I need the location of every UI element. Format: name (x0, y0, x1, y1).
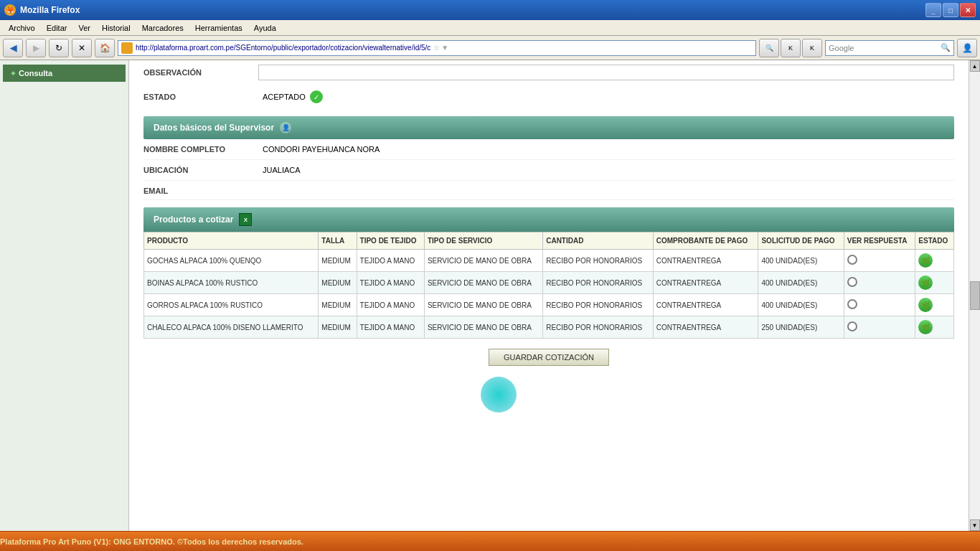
col-comprobante: COMPROBANTE DE PAGO (653, 232, 758, 250)
url-text: http://plataforma.proart.com.pe/SGEntorn… (136, 44, 430, 52)
stop-button[interactable]: ✕ (72, 39, 92, 57)
supervisor-section-header: Datos básicos del Supervisor 👤 (143, 116, 954, 139)
nav-extra1[interactable]: K (781, 39, 801, 57)
supervisor-title: Datos básicos del Supervisor (154, 123, 274, 133)
observacion-row: OBSERVACIÓN (143, 60, 954, 85)
estado-label: ESTADO (143, 93, 258, 101)
zoom-button[interactable]: 🔍 (759, 39, 779, 57)
forward-button[interactable]: ▶ (26, 39, 46, 57)
back-button[interactable]: ◀ (3, 39, 23, 57)
table-cell: CONTRAENTREGA (653, 250, 758, 272)
table-cell: 400 UNIDAD(ES) (758, 272, 844, 294)
table-cell: SERVICIO DE MANO DE OBRA (424, 316, 542, 339)
col-cantidad: CANTIDAD (543, 232, 654, 250)
table-cell: RECIBO POR HONORARIOS (543, 272, 654, 294)
estado-row: ESTADO ACEPTADO ✓ (143, 85, 954, 109)
maximize-button[interactable]: □ (943, 3, 958, 17)
menubar: Archivo Editar Ver Historial Marcadores … (0, 20, 980, 36)
table-cell: 250 UNIDAD(ES) (758, 316, 844, 339)
titlebar-buttons: _ □ ✕ (925, 3, 976, 17)
ver-respuesta-radio[interactable] (847, 277, 857, 287)
table-header-row: PRODUCTO TALLA TIPO DE TEJIDO TIPO DE SE… (144, 232, 954, 250)
table-cell: CONTRAENTREGA (653, 272, 758, 294)
col-producto: PRODUCTO (144, 232, 319, 250)
address-bar[interactable]: http://plataforma.proart.com.pe/SGEntorn… (118, 40, 756, 56)
menu-herramientas[interactable]: Herramientas (189, 22, 248, 34)
ver-respuesta-radio[interactable] (847, 321, 857, 331)
col-talla: TALLA (319, 232, 357, 250)
nav-extra2[interactable]: K (802, 39, 822, 57)
bottom-actions: GUARDAR COTIZACIÓN (143, 339, 954, 376)
table-cell: MEDIUM (319, 250, 357, 272)
email-label: EMAIL (143, 185, 258, 195)
menu-marcadores[interactable]: Marcadores (136, 22, 189, 34)
minimize-button[interactable]: _ (925, 3, 941, 17)
supervisor-person-icon: 👤 (280, 122, 291, 133)
menu-ver[interactable]: Ver (72, 22, 96, 34)
search-bar[interactable]: Google 🔍 (825, 40, 954, 56)
menu-editar[interactable]: Editar (41, 22, 73, 34)
observacion-field[interactable] (258, 65, 954, 80)
home-button[interactable]: 🏠 (95, 39, 115, 57)
ver-respuesta-radio[interactable] (847, 255, 857, 265)
menu-historial[interactable]: Historial (96, 22, 136, 34)
table-cell: 400 UNIDAD(ES) (758, 294, 844, 316)
reload-button[interactable]: ↻ (49, 39, 69, 57)
scroll-thumb[interactable] (970, 281, 980, 310)
titlebar: 🦊 Mozilla Firefox _ □ ✕ (0, 0, 980, 20)
products-table: PRODUCTO TALLA TIPO DE TEJIDO TIPO DE SE… (143, 232, 954, 339)
sidebar-item-consulta[interactable]: ✦ Consulta (3, 65, 126, 82)
table-cell: SERVICIO DE MANO DE OBRA (424, 250, 542, 272)
scrollbar-right[interactable]: ▲ ▼ (969, 60, 980, 531)
col-tipo-tejido: TIPO DE TEJIDO (357, 232, 424, 250)
table-row: GORROS ALPACA 100% RUSTICOMEDIUMTEJIDO A… (144, 294, 954, 316)
table-cell: MEDIUM (319, 294, 357, 316)
search-icon[interactable]: 🔍 (941, 43, 951, 52)
sidebar-label-consulta: Consulta (19, 69, 52, 77)
email-value (258, 185, 954, 188)
table-row: GOCHAS ALPACA 100% QUENQOMEDIUMTEJIDO A … (144, 250, 954, 272)
address-icon (121, 42, 133, 54)
estado-action-icon[interactable]: 🌿 (918, 320, 933, 334)
col-ver-respuesta: VER RESPUESTA (844, 232, 915, 250)
table-cell: CONTRAENTREGA (653, 294, 758, 316)
table-cell: RECIBO POR HONORARIOS (543, 316, 654, 339)
close-button[interactable]: ✕ (960, 3, 976, 17)
estado-text: ACEPTADO (263, 93, 306, 101)
navbar: ◀ ▶ ↻ ✕ 🏠 http://plataforma.proart.com.p… (0, 36, 980, 60)
table-cell: CHALECO ALPACA 100% DISENO LLAMERITO (144, 316, 319, 339)
table-cell: GOCHAS ALPACA 100% QUENQO (144, 250, 319, 272)
table-cell: 400 UNIDAD(ES) (758, 250, 844, 272)
guardar-cotizacion-button[interactable]: GUARDAR COTIZACIÓN (489, 349, 609, 366)
estado-action-icon[interactable]: 🌿 (918, 298, 933, 312)
table-cell: MEDIUM (319, 316, 357, 339)
excel-icon[interactable]: X (239, 213, 252, 226)
browser-content: ✦ Consulta OBSERVACIÓN ESTADO ACEPTADO ✓… (0, 60, 980, 531)
estado-action-icon[interactable]: 🌿 (918, 253, 933, 268)
table-row: BOINAS ALPACA 100% RUSTICOMEDIUMTEJIDO A… (144, 272, 954, 294)
ubicacion-row: UBICACIÓN JUALIACA (143, 160, 954, 181)
scroll-up-btn[interactable]: ▲ (970, 60, 980, 72)
col-solicitud: SOLICITUD DE PAGO (758, 232, 844, 250)
table-cell: RECIBO POR HONORARIOS (543, 250, 654, 272)
table-cell: TEJIDO A MANO (357, 294, 424, 316)
observacion-section: OBSERVACIÓN ESTADO ACEPTADO ✓ (129, 60, 969, 109)
col-estado: ESTADO (915, 232, 954, 250)
estado-action-icon[interactable]: 🌿 (918, 276, 933, 290)
table-cell: TEJIDO A MANO (357, 316, 424, 339)
nombre-value: CONDORI PAYEHUANCA NORA (258, 143, 954, 155)
ubicacion-value: JUALIACA (258, 164, 954, 176)
supervisor-section: NOMBRE COMPLETO CONDORI PAYEHUANCA NORA … (143, 139, 954, 200)
scroll-down-btn[interactable]: ▼ (970, 519, 980, 531)
products-section: Productos a cotizar X PRODUCTO TALLA TIP… (143, 207, 954, 376)
menu-archivo[interactable]: Archivo (3, 22, 41, 34)
bullet-icon: ✦ (10, 70, 16, 77)
menu-ayuda[interactable]: Ayuda (248, 22, 282, 34)
table-cell: TEJIDO A MANO (357, 250, 424, 272)
titlebar-title: Mozilla Firefox (20, 5, 921, 15)
nav-user-icon[interactable]: 👤 (957, 39, 977, 57)
content-area: OBSERVACIÓN ESTADO ACEPTADO ✓ Datos bási… (129, 60, 969, 531)
ver-respuesta-radio[interactable] (847, 299, 857, 309)
estado-check-icon: ✓ (310, 90, 323, 103)
ubicacion-label: UBICACIÓN (143, 164, 258, 174)
